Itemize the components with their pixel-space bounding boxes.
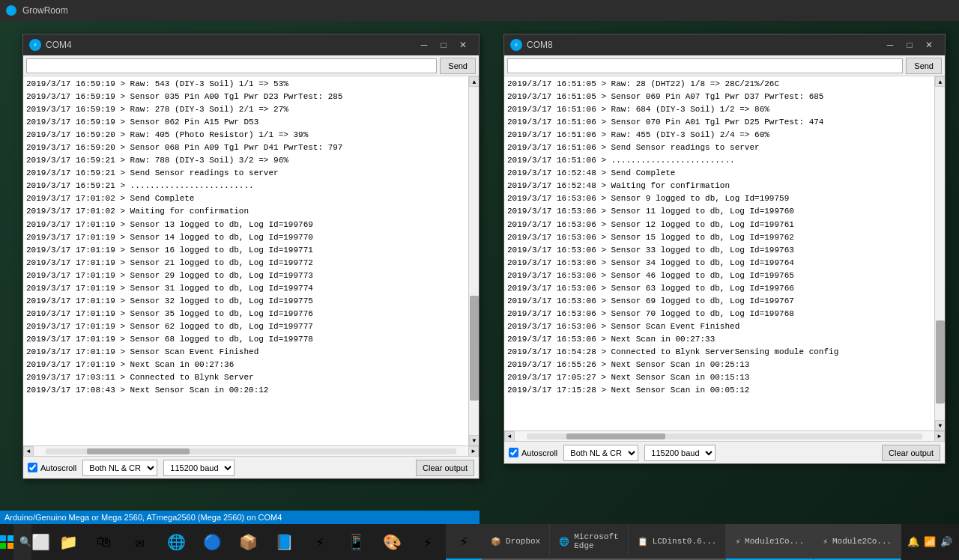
- com4-hscroll-right[interactable]: ►: [468, 446, 479, 457]
- com4-controls: ─ □ ✕: [414, 37, 473, 52]
- table-row: 2019/3/17 17:01:19 > Sensor 32 logged to…: [26, 295, 465, 308]
- taskbar-store[interactable]: 🛍: [86, 524, 122, 560]
- com4-minimize[interactable]: ─: [414, 37, 434, 52]
- com8-send-button[interactable]: Send: [906, 58, 942, 74]
- com4-clear-output-button[interactable]: Clear output: [416, 460, 474, 476]
- table-row: 2019/3/17 16:53:06 > Next Scan in 00:27:…: [507, 333, 931, 346]
- table-row: 2019/3/17 16:53:06 > Sensor 70 logged to…: [507, 308, 931, 320]
- table-row: 2019/3/17 17:01:19 > Sensor 62 logged to…: [26, 320, 465, 333]
- taskbar-paint[interactable]: 🎨: [374, 524, 410, 560]
- com8-controls: ─ □ ✕: [880, 37, 939, 52]
- com4-scroll-thumb[interactable]: [470, 296, 479, 401]
- phone-icon: 📱: [347, 533, 366, 552]
- table-row: 2019/3/17 17:03:11 > Connected to Blynk …: [26, 371, 465, 384]
- com4-title: COM4: [46, 40, 410, 50]
- taskbar-search[interactable]: 🔍: [13, 524, 31, 560]
- com4-input[interactable]: [26, 58, 437, 73]
- com4-hscroll-thumb[interactable]: [87, 448, 190, 454]
- notification-icon[interactable]: 🔔: [907, 536, 919, 548]
- taskbar-arduino3[interactable]: ⚡: [446, 524, 482, 560]
- arduino3-icon: ⚡: [459, 532, 468, 551]
- com4-autoscroll-checkbox[interactable]: [28, 463, 37, 472]
- taskbar-lcdinst-app[interactable]: 📋 LCDinst0.6...: [629, 524, 727, 560]
- com4-baud-rate-select[interactable]: 115200 baud: [163, 460, 235, 476]
- taskbar-module2-app[interactable]: ⚡ Module2Co...: [814, 524, 901, 560]
- chrome-icon: 🔵: [203, 533, 222, 552]
- com8-hscrollbar[interactable]: ◄ ►: [504, 430, 945, 441]
- taskbar-mail[interactable]: ✉: [122, 524, 158, 560]
- table-row: 2019/3/17 16:53:06 > Sensor 34 logged to…: [507, 257, 931, 270]
- table-row: 2019/3/17 16:51:06 > Sensor 070 Pin A01 …: [507, 116, 931, 129]
- com4-send-button[interactable]: Send: [440, 58, 476, 74]
- edge-app-icon: 🌐: [559, 537, 569, 547]
- taskbar-arduino2[interactable]: ⚡: [410, 524, 446, 560]
- table-row: 2019/3/17 17:08:43 > Next Sensor Scan in…: [26, 384, 465, 397]
- com8-icon: ⚡: [510, 39, 522, 51]
- com4-scroll-up[interactable]: ▲: [469, 76, 479, 87]
- taskbar-facebook[interactable]: 📘: [266, 524, 302, 560]
- wifi-icon[interactable]: 📶: [924, 536, 936, 548]
- table-row: 2019/3/17 16:59:19 > Raw: 543 (DIY-3 Soi…: [26, 78, 465, 91]
- com4-toolbar: Send: [23, 55, 479, 76]
- com8-output-container: 2019/3/17 16:51:05 > Raw: 28 (DHT22) 1/8…: [504, 76, 945, 430]
- taskbar-module1-app[interactable]: ⚡ Module1Co...: [726, 524, 814, 560]
- taskbar-file-explorer[interactable]: 📁: [50, 524, 86, 560]
- table-row: 2019/3/17 16:51:06 > ...................…: [507, 154, 931, 167]
- com8-baud-rate-select[interactable]: 115200 baud: [644, 445, 716, 461]
- com8-scroll-thumb[interactable]: [936, 320, 945, 404]
- table-row: 2019/3/17 16:53:06 > Sensor 12 logged to…: [507, 219, 931, 231]
- com8-close[interactable]: ✕: [919, 37, 939, 52]
- com4-hscroll-track[interactable]: [46, 448, 456, 454]
- com8-hscroll-left[interactable]: ◄: [504, 431, 515, 442]
- com4-hscrollbar[interactable]: ◄ ►: [23, 445, 479, 456]
- file-explorer-icon: 📁: [59, 533, 78, 552]
- table-row: 2019/3/17 16:53:06 > Sensor 63 logged to…: [507, 282, 931, 295]
- com8-maximize[interactable]: □: [900, 37, 919, 52]
- com8-autoscroll-label[interactable]: Autoscroll: [509, 448, 557, 457]
- com4-line-ending-select[interactable]: Both NL & CR: [82, 460, 157, 476]
- module2-app-icon: ⚡: [823, 537, 828, 547]
- taskbar-phone[interactable]: 📱: [338, 524, 374, 560]
- table-row: 2019/3/17 17:01:19 > Sensor 35 logged to…: [26, 308, 465, 320]
- taskbar-dropbox-pin[interactable]: 📦: [230, 524, 266, 560]
- com8-vscrollbar[interactable]: ▲ ▼: [934, 76, 945, 430]
- taskbar-dropbox-app[interactable]: 📦 Dropbox: [482, 524, 550, 560]
- com8-hscroll-right[interactable]: ►: [934, 431, 945, 442]
- com4-close[interactable]: ✕: [453, 37, 473, 52]
- com4-autoscroll-label[interactable]: Autoscroll: [28, 463, 76, 472]
- start-button[interactable]: [0, 524, 13, 560]
- com4-scroll-down[interactable]: ▼: [469, 435, 479, 445]
- com4-scroll-track[interactable]: [469, 87, 479, 435]
- table-row: 2019/3/17 16:59:21 > ...................…: [26, 180, 465, 192]
- com8-scroll-down[interactable]: ▼: [935, 420, 945, 430]
- table-row: 2019/3/17 16:59:19 > Sensor 035 Pin A00 …: [26, 91, 465, 103]
- taskbar-pinned-icons: 📁 🛍 ✉ 🌐 🔵 📦 📘 ⚡ 📱 🎨 ⚡ ⚡: [50, 524, 482, 560]
- volume-icon[interactable]: 🔊: [940, 536, 952, 548]
- taskbar-task-view[interactable]: ⬜: [31, 524, 50, 560]
- taskbar-edge[interactable]: 🌐: [158, 524, 194, 560]
- com8-autoscroll-checkbox[interactable]: [509, 448, 518, 457]
- com4-vscrollbar[interactable]: ▲ ▼: [468, 76, 479, 445]
- table-row: 2019/3/17 17:15:28 > Next Sensor Scan in…: [507, 384, 931, 397]
- com8-output: 2019/3/17 16:51:05 > Raw: 28 (DHT22) 1/8…: [504, 76, 934, 430]
- com4-maximize[interactable]: □: [434, 37, 453, 52]
- com8-hscroll-thumb[interactable]: [566, 433, 665, 439]
- com8-line-ending-select[interactable]: Both NL & CR: [563, 445, 638, 461]
- com8-minimize[interactable]: ─: [880, 37, 900, 52]
- com8-scroll-track[interactable]: [935, 87, 945, 420]
- com4-window: ⚡ COM4 ─ □ ✕ Send 2019/3/17 16:59:19 > R…: [22, 34, 480, 479]
- table-row: 2019/3/17 16:51:05 > Sensor 069 Pin A07 …: [507, 91, 931, 103]
- com4-hscroll-left[interactable]: ◄: [23, 446, 34, 457]
- arduino1-icon: ⚡: [315, 533, 324, 552]
- dropbox-app-label: Dropbox: [506, 537, 540, 546]
- com4-statusbar: Autoscroll Both NL & CR 115200 baud Clea…: [23, 456, 479, 478]
- com8-clear-output-button[interactable]: Clear output: [882, 445, 940, 461]
- taskbar-edge-app[interactable]: 🌐 Microsoft Edge: [550, 524, 628, 560]
- mail-icon: ✉: [136, 533, 145, 552]
- taskbar-chrome[interactable]: 🔵: [194, 524, 230, 560]
- com8-scroll-up[interactable]: ▲: [935, 76, 945, 87]
- com8-hscroll-track[interactable]: [527, 433, 922, 439]
- table-row: 2019/3/17 16:53:06 > Sensor 33 logged to…: [507, 244, 931, 257]
- com8-input[interactable]: [507, 58, 903, 73]
- taskbar-arduino1[interactable]: ⚡: [302, 524, 338, 560]
